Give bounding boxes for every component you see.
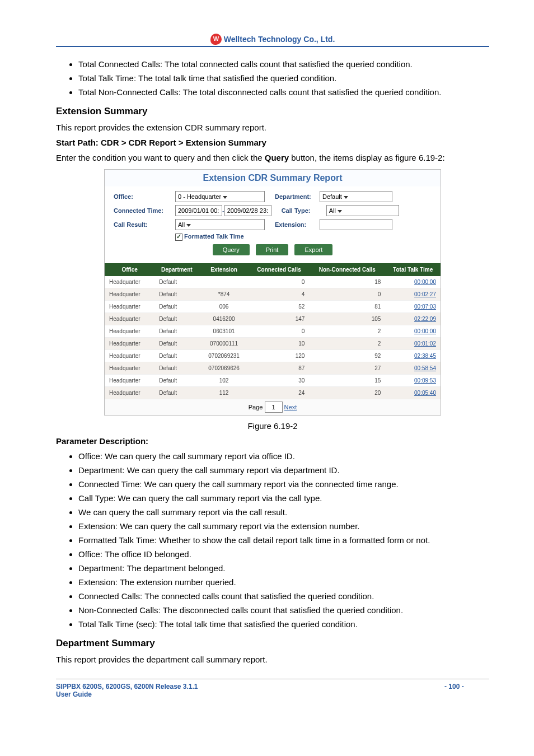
footer-product: SIPPBX 6200S, 6200GS, 6200N Release 3.1.… xyxy=(56,683,444,690)
formatted-talk-time-checkbox[interactable]: ✓ Formatted Talk Time xyxy=(175,233,432,241)
list-item: Call Type: We can query the call summary… xyxy=(78,492,489,504)
export-button[interactable]: Export xyxy=(294,244,332,255)
table-row: HeadquarterDefault07020692311209202:38:4… xyxy=(105,349,441,362)
department-summary-intro: This report provides the department call… xyxy=(56,654,489,665)
table-row: HeadquarterDefault112242000:05:40 xyxy=(105,386,441,399)
figure-caption: Figure 6.19-2 xyxy=(56,421,489,431)
col-connected: Connected Calls xyxy=(249,263,310,276)
list-item: Connected Calls: The connected calls cou… xyxy=(78,590,489,602)
next-link[interactable]: Next xyxy=(284,404,297,410)
connected-time-from-input[interactable]: 2009/01/01 00: xyxy=(175,205,222,216)
col-office: Office xyxy=(105,263,154,276)
list-item: Extension: We can query the call summary… xyxy=(78,520,489,532)
talk-time-link[interactable]: 00:09:53 xyxy=(385,374,441,386)
chevron-down-icon xyxy=(223,196,227,199)
table-row: HeadquarterDefault041620014710502:22:09 xyxy=(105,312,441,325)
list-item: Non-Connected Calls: The disconnected ca… xyxy=(78,604,489,616)
query-button[interactable]: Query xyxy=(213,244,250,255)
talk-time-link[interactable]: 00:00:00 xyxy=(385,325,441,337)
talk-time-link[interactable]: 02:38:45 xyxy=(385,349,441,362)
department-select[interactable]: Default xyxy=(320,191,392,202)
list-item: Total Talk Time (sec): The total talk ti… xyxy=(78,618,489,630)
office-label: Office: xyxy=(114,193,175,200)
top-bullet-list: Total Connected Calls: The total connect… xyxy=(78,58,489,98)
extension-report-screenshot: Extension CDR Summary Report Office: 0 -… xyxy=(104,169,441,416)
col-total-talk: Total Talk Time xyxy=(385,263,441,276)
parameter-list: Office: We can query the call summary re… xyxy=(78,450,489,630)
talk-time-link[interactable]: 00:01:02 xyxy=(385,337,441,349)
table-row: HeadquarterDefault0702069626872700:58:54 xyxy=(105,362,441,374)
list-item: Extension: The extension number queried. xyxy=(78,576,489,588)
pager: Page 1 Next xyxy=(105,399,441,415)
chevron-down-icon xyxy=(344,196,348,199)
extension-summary-heading: Extension Summary xyxy=(56,106,489,117)
list-item: Total Talk Time: The total talk time tha… xyxy=(78,72,489,84)
table-row: HeadquarterDefault06031010200:00:00 xyxy=(105,325,441,337)
call-result-label: Call Result: xyxy=(114,221,175,228)
page-select[interactable]: 1 xyxy=(265,402,283,413)
list-item: Total Connected Calls: The total connect… xyxy=(78,58,489,70)
office-select[interactable]: 0 - Headquarter xyxy=(175,191,265,202)
list-item: We can query the call summary report via… xyxy=(78,506,489,518)
list-item: Connected Time: We can query the call su… xyxy=(78,478,489,490)
call-type-label: Call Type: xyxy=(282,207,326,214)
parameter-description-heading: Parameter Description: xyxy=(56,435,489,447)
list-item: Formatted Talk Time: Whether to show the… xyxy=(78,534,489,546)
footer-guide: User Guide xyxy=(56,690,444,698)
table-row: HeadquarterDefault07000011110200:01:02 xyxy=(105,337,441,349)
talk-time-link[interactable]: 00:00:00 xyxy=(385,276,441,288)
talk-time-link[interactable]: 02:22:09 xyxy=(385,312,441,325)
call-result-select[interactable]: All xyxy=(175,219,265,230)
extension-instruction: Enter the condition you want to query an… xyxy=(56,152,489,164)
list-item: Office: The office ID belonged. xyxy=(78,548,489,560)
report-title: Extension CDR Summary Report xyxy=(105,170,441,186)
list-item: Office: We can query the call summary re… xyxy=(78,450,489,462)
talk-time-link[interactable]: 00:07:03 xyxy=(385,300,441,312)
query-form: Office: 0 - Headquarter Department: Defa… xyxy=(105,186,441,263)
col-nonconnected: Non-Connected Calls xyxy=(309,263,385,276)
list-item: Department: The department belonged. xyxy=(78,562,489,574)
list-item: Department: We can query the call summar… xyxy=(78,464,489,476)
col-extension: Extension xyxy=(199,263,249,276)
page-number: - 100 - xyxy=(444,683,489,698)
chevron-down-icon xyxy=(338,210,342,213)
chevron-down-icon xyxy=(186,224,191,227)
extension-input[interactable] xyxy=(320,219,392,230)
connected-time-to-input[interactable]: 2009/02/28 23: xyxy=(224,205,271,216)
extension-summary-intro: This report provides the extension CDR s… xyxy=(56,122,489,133)
company-name: Welltech Technology Co., Ltd. xyxy=(224,35,335,44)
table-row: HeadquarterDefault*8744000:02:27 xyxy=(105,288,441,300)
department-label: Department: xyxy=(275,193,320,200)
logo-icon xyxy=(210,34,222,45)
table-row: HeadquarterDefault102301500:09:53 xyxy=(105,374,441,386)
table-row: HeadquarterDefault006528100:07:03 xyxy=(105,300,441,312)
page-header: Welltech Technology Co., Ltd. xyxy=(56,34,489,47)
table-row: HeadquarterDefault01800:00:00 xyxy=(105,276,441,288)
talk-time-link[interactable]: 00:05:40 xyxy=(385,386,441,399)
talk-time-link[interactable]: 00:58:54 xyxy=(385,362,441,374)
extension-label: Extension: xyxy=(275,221,320,228)
talk-time-link[interactable]: 00:02:27 xyxy=(385,288,441,300)
call-type-select[interactable]: All xyxy=(326,205,399,216)
print-button[interactable]: Print xyxy=(256,244,289,255)
page-footer: SIPPBX 6200S, 6200GS, 6200N Release 3.1.… xyxy=(56,679,489,698)
department-summary-heading: Department Summary xyxy=(56,638,489,649)
col-department: Department xyxy=(154,263,199,276)
list-item: Total Non-Connected Calls: The total dis… xyxy=(78,86,489,98)
start-path: Start Path: CDR > CDR Report > Extension… xyxy=(56,137,489,148)
results-table: Office Department Extension Connected Ca… xyxy=(105,263,441,399)
connected-time-label: Connected Time: xyxy=(114,207,175,214)
